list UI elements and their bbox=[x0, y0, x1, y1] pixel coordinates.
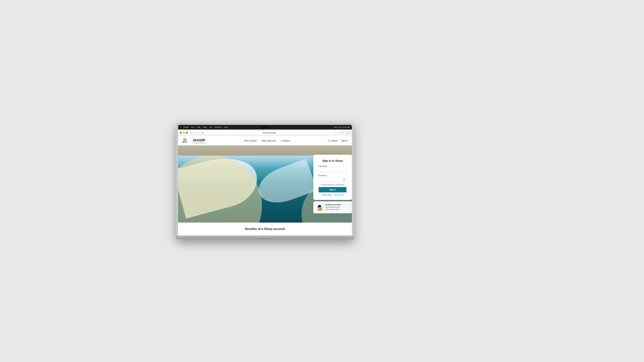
signin-submit-button[interactable]: Sign in bbox=[319, 187, 346, 192]
nav-links: Find a doctor Same-day care Locations bbox=[212, 139, 322, 142]
camera-notch bbox=[260, 126, 270, 128]
signin-card: Sign in to Sharp Username Password 👁 bbox=[313, 155, 352, 200]
go-menu[interactable]: Go bbox=[210, 126, 212, 128]
download-button[interactable]: ↓ bbox=[340, 131, 340, 134]
file-menu[interactable]: File bbox=[191, 126, 194, 128]
nav-locations[interactable]: Locations bbox=[281, 139, 290, 142]
finder-menu[interactable]: Finder bbox=[184, 126, 189, 128]
create-account-card: Create an account Use activation code I … bbox=[313, 201, 352, 213]
mac-menu-bar:  Finder File Edit View Go Window Help bbox=[180, 126, 228, 128]
lock-icon: 🔒 bbox=[202, 132, 204, 134]
sidebar-toggle-button[interactable]: ▢ bbox=[190, 132, 192, 134]
hamburger-menu-button[interactable]: MENU bbox=[182, 139, 187, 143]
username-input[interactable] bbox=[319, 168, 346, 172]
laptop-notch bbox=[258, 238, 272, 239]
search-icon: 🔍 bbox=[328, 139, 330, 142]
system-clock: Mon Jun 5 9:41 AM bbox=[334, 126, 350, 128]
url-bar[interactable]: 🔒 sharp.com/app ↻ bbox=[200, 131, 338, 135]
window-menu[interactable]: Window bbox=[215, 126, 221, 128]
nav-same-day-care[interactable]: Same-day care bbox=[262, 139, 276, 142]
help-menu[interactable]: Help bbox=[224, 126, 228, 128]
nav-find-doctor[interactable]: Find a doctor bbox=[244, 139, 257, 142]
no-code-link[interactable]: I don't have a code bbox=[325, 209, 341, 210]
forgot-username-link[interactable]: username bbox=[326, 184, 334, 186]
create-account-title: Create an account bbox=[325, 204, 341, 206]
close-button[interactable] bbox=[180, 132, 182, 134]
new-tab-button[interactable]: + bbox=[345, 131, 347, 134]
apple-menu[interactable]:  bbox=[180, 126, 181, 128]
password-input[interactable] bbox=[319, 177, 346, 182]
signin-nav-link[interactable]: Sign in bbox=[341, 139, 348, 142]
password-wrapper: 👁 bbox=[319, 177, 346, 182]
site-nav: MENU SHARP Find a doctor Same-day care L… bbox=[178, 136, 352, 145]
edit-menu[interactable]: Edit bbox=[197, 126, 200, 128]
forward-button[interactable]: › bbox=[196, 131, 198, 134]
create-account-info: Create an account Use activation code I … bbox=[325, 204, 341, 211]
sharp-logo[interactable]: SHARP bbox=[193, 138, 205, 143]
terms-of-use-link[interactable]: Terms of use bbox=[334, 194, 344, 196]
search-button[interactable]: 🔍 Search bbox=[328, 139, 338, 142]
signin-title: Sign in to Sharp bbox=[319, 159, 346, 162]
view-menu[interactable]: View bbox=[203, 126, 207, 128]
maximize-button[interactable] bbox=[186, 132, 188, 134]
share-button[interactable]: ⇧ bbox=[342, 131, 344, 134]
benefits-section: Benefits of a Sharp account bbox=[178, 223, 352, 236]
traffic-lights bbox=[180, 132, 188, 134]
laptop-frame:  Finder File Edit View Go Window Help M… bbox=[176, 123, 354, 239]
browser-chrome: ▢ ‹ › 🔒 sharp.com/app ↻ ↓ ⇧ + ▭ bbox=[178, 130, 352, 136]
username-field-group: Username bbox=[319, 165, 346, 172]
toggle-password-icon[interactable]: 👁 bbox=[343, 178, 345, 181]
benefits-title: Benefits of a Sharp account bbox=[182, 227, 348, 231]
tab-overview-button[interactable]: ▭ bbox=[348, 131, 350, 134]
nav-right: 🔍 Search Sign in bbox=[328, 139, 348, 142]
signin-cards-container: Sign in to Sharp Username Password 👁 bbox=[313, 155, 352, 213]
avatar-illustration bbox=[316, 204, 323, 211]
policy-links: Privacy policy Terms of use bbox=[319, 194, 346, 196]
minimize-button[interactable] bbox=[183, 132, 185, 134]
password-label: Password bbox=[319, 174, 346, 176]
beach-horizon bbox=[178, 145, 352, 156]
mac-titlebar:  Finder File Edit View Go Window Help M… bbox=[178, 125, 352, 130]
forgot-credentials-text: Forgot username or password? bbox=[319, 184, 346, 186]
browser-toolbar: ▢ ‹ › 🔒 sharp.com/app ↻ ↓ ⇧ + ▭ bbox=[178, 130, 352, 136]
use-activation-code-link[interactable]: Use activation code bbox=[325, 206, 341, 208]
laptop-base bbox=[176, 236, 354, 239]
url-text: sharp.com/app bbox=[204, 132, 334, 134]
svg-point-4 bbox=[318, 206, 319, 208]
back-button[interactable]: ‹ bbox=[193, 131, 195, 134]
refresh-icon[interactable]: ↻ bbox=[335, 132, 336, 134]
username-label: Username bbox=[319, 165, 346, 167]
privacy-policy-link[interactable]: Privacy policy bbox=[322, 194, 332, 196]
browser-action-buttons: ↓ ⇧ + ▭ bbox=[340, 131, 350, 134]
hero-section: Sign in to Sharp Username Password 👁 bbox=[178, 145, 352, 223]
password-field-group: Password 👁 bbox=[319, 174, 346, 182]
website-content: MENU SHARP Find a doctor Same-day care L… bbox=[178, 136, 352, 236]
forgot-password-link[interactable]: password bbox=[336, 184, 343, 186]
